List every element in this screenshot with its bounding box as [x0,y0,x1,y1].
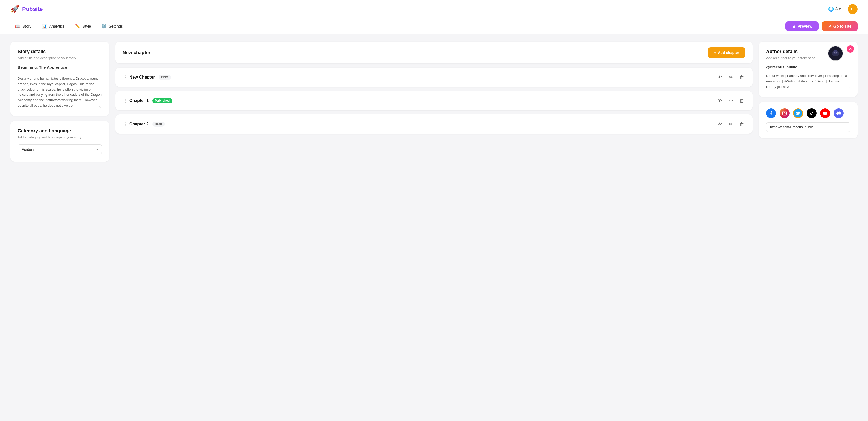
category-select[interactable]: Fantasy Science Fiction Mystery Romance … [18,144,102,154]
social-url-input[interactable] [766,122,850,132]
category-card: Category and Language Add a category and… [10,121,109,162]
chapter-edit-button[interactable]: ✏ [728,97,734,105]
story-title-value: Beginning. The Apprentice [18,65,102,72]
gear-icon: ⚙️ [101,24,106,29]
chapter-delete-button[interactable]: 🗑 [739,97,745,105]
book-icon: 📖 [15,24,20,29]
chapter-edit-button[interactable]: ✏ [728,74,734,81]
right-column: Author details Add an author to your sto… [759,41,858,162]
chapter-delete-button[interactable]: 🗑 [739,74,745,81]
goto-icon: ↗ [828,24,831,29]
language-button[interactable]: 🌐 A ▾ [826,5,844,13]
chapter-actions: 👁 ✏ 🗑 [716,74,745,81]
author-close-button[interactable]: ✕ [847,45,854,53]
category-title: Category and Language [18,128,102,134]
logo-area: 🚀 Pubsite [10,5,42,13]
chart-icon: 📊 [42,24,47,29]
preview-label: Preview [798,24,812,28]
chapter-name: New Chapter [129,75,155,80]
drag-handle-icon[interactable] [123,122,126,126]
twitter-icon[interactable] [793,108,803,118]
facebook-icon[interactable] [766,108,776,118]
chapter-actions: 👁 ✏ 🗑 [716,120,745,128]
chapter-delete-button[interactable]: 🗑 [739,120,745,128]
chapter-status-badge: Draft [158,75,171,80]
social-icons-row [766,108,850,118]
nav-settings-label: Settings [108,24,123,28]
goto-label: Go to site [833,24,851,28]
goto-site-button[interactable]: ↗ Go to site [822,21,858,31]
drag-handle-icon[interactable] [123,76,126,79]
nav-item-story[interactable]: 📖 Story [10,22,36,31]
chapter-left: Chapter 1 Published [123,98,172,103]
chapter-view-button[interactable]: 👁 [716,120,723,128]
nav-item-settings[interactable]: ⚙️ Settings [97,22,127,31]
svg-rect-7 [783,111,787,115]
navigation: 📖 Story 📊 Analytics ✏️ Style ⚙️ Settings… [0,18,868,34]
svg-point-5 [834,52,835,52]
header: 🚀 Pubsite 🌐 A ▾ TE [0,0,868,18]
nav-items: 📖 Story 📊 Analytics ✏️ Style ⚙️ Settings [10,22,128,31]
chapter-name: Chapter 2 [129,122,149,127]
logo-icon: 🚀 [10,5,20,13]
new-chapter-header-card: New chapter + Add chapter [115,41,753,63]
author-avatar [828,46,843,61]
nav-style-label: Style [82,24,91,28]
logo-text: Pubsite [22,6,42,12]
story-details-card: Story details Add a title and descriptio… [10,41,109,116]
lang-icon: 🌐 [828,6,834,12]
author-bio-text: Debut writer | Fantasy and story lover |… [766,74,850,89]
chapter-name: Chapter 1 [129,99,149,103]
header-right: 🌐 A ▾ TE [826,4,858,14]
drag-handle-icon[interactable] [123,99,126,103]
nav-story-label: Story [22,24,31,28]
resize-handle-icon[interactable]: ⤡ [99,105,102,109]
chapter-left: New Chapter Draft [123,75,171,80]
left-column: Story details Add a title and descriptio… [10,41,109,162]
tiktok-icon[interactable] [807,108,816,118]
new-chapter-title: New chapter [123,50,151,55]
chapter-actions: 👁 ✏ 🗑 [716,97,745,105]
chapter-view-button[interactable]: 👁 [716,97,723,105]
svg-point-6 [837,52,837,52]
lang-chevron-icon: ▾ [839,6,841,11]
youtube-icon[interactable] [820,108,830,118]
preview-icon: 🖥 [792,24,796,28]
nav-analytics-label: Analytics [49,24,65,28]
social-links-card [759,102,858,138]
chapter-edit-button[interactable]: ✏ [728,120,734,128]
category-select-wrapper: Fantasy Science Fiction Mystery Romance … [18,144,102,154]
add-chapter-button[interactable]: + Add chapter [708,47,745,58]
story-description-text: Destiny charts human fates differently. … [18,76,102,109]
bio-resize-handle-icon[interactable]: ⤡ [848,87,850,89]
chapter-card-1: Chapter 1 Published 👁 ✏ 🗑 [115,91,753,110]
author-details-card: Author details Add an author to your sto… [759,41,858,97]
plus-icon: + [714,51,716,55]
chapter-status-badge: Draft [152,121,165,127]
nav-item-analytics[interactable]: 📊 Analytics [37,22,69,31]
author-username: @Dracoris_public [766,65,850,69]
add-chapter-label: Add chapter [718,51,739,55]
chapter-view-button[interactable]: 👁 [716,74,723,81]
main-content: Story details Add a title and descriptio… [0,34,868,169]
story-details-subtitle: Add a title and description to your stor… [18,56,102,60]
chapter-status-badge: Published [152,98,172,103]
story-details-title: Story details [18,49,102,54]
pen-icon: ✏️ [75,24,80,29]
instagram-icon[interactable] [780,108,789,118]
nav-actions: 🖥 Preview ↗ Go to site [785,21,858,31]
lang-label: A [835,7,838,11]
avatar[interactable]: TE [848,4,858,14]
nav-item-style[interactable]: ✏️ Style [70,22,96,31]
chapter-card-2: Chapter 2 Draft 👁 ✏ 🗑 [115,114,753,134]
middle-column: New chapter + Add chapter New Chapter Dr… [115,41,753,162]
chapter-left: Chapter 2 Draft [123,121,165,127]
category-subtitle: Add a category and language of your stor… [18,135,102,139]
discord-icon[interactable] [834,108,844,118]
chapter-card-new: New Chapter Draft 👁 ✏ 🗑 [115,68,753,87]
preview-button[interactable]: 🖥 Preview [785,21,818,31]
